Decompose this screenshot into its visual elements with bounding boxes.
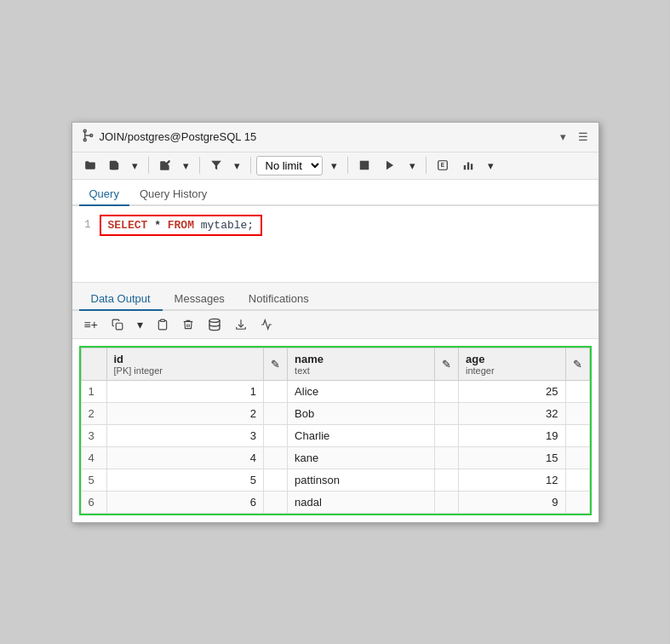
main-window: JOIN/postgres@PostgreSQL 15 ▾ ☰ ▾ ▾ ▾	[72, 122, 599, 523]
table-row: 4 4 kane 15	[81, 446, 589, 469]
cell-age: 9	[458, 491, 565, 513]
table-row: 6 6 nadal 9	[81, 491, 589, 513]
tab-data-output[interactable]: Data Output	[79, 288, 163, 311]
cell-id-edit	[264, 469, 288, 491]
download-button[interactable]	[230, 315, 252, 334]
cell-id: 5	[106, 469, 264, 491]
chart-button[interactable]	[457, 156, 479, 175]
add-row-button[interactable]: ≡+	[79, 314, 103, 335]
cell-name: kane	[288, 446, 435, 469]
edit-group: ▾	[154, 156, 194, 175]
sep5	[426, 157, 427, 174]
sep1	[148, 157, 149, 174]
row-number: 5	[81, 469, 106, 491]
keyword-from: FROM	[168, 219, 194, 232]
row-number: 1	[81, 380, 106, 402]
extra-dropdown[interactable]: ▾	[483, 156, 499, 175]
stop-button[interactable]	[353, 156, 375, 175]
limit-select[interactable]: No limit 100 1000	[256, 156, 323, 175]
output-tabs: Data Output Messages Notifications	[72, 283, 598, 311]
table-row: 2 2 Bob 32	[81, 402, 589, 424]
cell-age: 19	[458, 424, 565, 446]
table-row: 5 5 pattinson 12	[81, 469, 589, 491]
query-editor: 1 SELECT * FROM mytable;	[72, 206, 598, 283]
cell-age: 25	[458, 380, 565, 402]
svg-point-15	[209, 319, 220, 322]
operator-star: *	[154, 219, 168, 232]
edit-dropdown[interactable]: ▾	[178, 156, 194, 175]
cell-id: 6	[106, 491, 264, 513]
line-number: 1	[72, 219, 100, 231]
col-edit-id[interactable]: ✎	[264, 348, 288, 380]
run-dropdown[interactable]: ▾	[404, 156, 421, 175]
table-body: 1 1 Alice 25 2 2 Bob 32 3 3 Charlie 19 4…	[81, 380, 589, 513]
filter-dropdown[interactable]: ▾	[229, 156, 245, 175]
query-tabs: Query Query History	[72, 180, 598, 206]
tab-messages[interactable]: Messages	[163, 288, 237, 311]
row-number: 2	[81, 402, 106, 424]
copy-dropdown[interactable]: ▾	[132, 314, 148, 335]
edit-button[interactable]	[154, 156, 176, 175]
cell-name-edit	[434, 446, 458, 469]
output-toolbar: ≡+ ▾	[72, 311, 598, 339]
col-header-name: name text	[288, 348, 435, 380]
file-group: ▾	[79, 156, 143, 175]
save-button[interactable]	[103, 156, 125, 175]
connection-bar: JOIN/postgres@PostgreSQL 15 ▾ ☰	[72, 123, 598, 152]
col-edit-age[interactable]: ✎	[565, 348, 589, 380]
connection-menu-button[interactable]: ☰	[575, 129, 592, 145]
tab-query-history[interactable]: Query History	[129, 183, 217, 206]
col-header-id: id [PK] integer	[106, 348, 264, 380]
sep2	[199, 157, 200, 174]
table-row: 3 3 Charlie 19	[81, 424, 589, 446]
cell-name: Charlie	[288, 424, 435, 446]
keyword-select: SELECT	[108, 219, 148, 232]
run-button[interactable]	[379, 156, 401, 175]
cell-name-edit	[434, 491, 458, 513]
save-dropdown[interactable]: ▾	[127, 156, 143, 175]
cell-name-edit	[434, 402, 458, 424]
table-name: mytable;	[201, 219, 254, 232]
cell-age: 15	[458, 446, 565, 469]
cell-id: 2	[106, 402, 264, 424]
paste-button[interactable]	[152, 315, 174, 334]
results-table: id [PK] integer ✎ name text ✎ age intege…	[81, 348, 590, 514]
explain-button[interactable]: E	[432, 156, 454, 175]
svg-text:E: E	[440, 162, 444, 168]
svg-rect-11	[467, 163, 468, 170]
connection-label: JOIN/postgres@PostgreSQL 15	[100, 130, 552, 143]
connection-dropdown[interactable]: ▾	[557, 129, 570, 145]
code-line[interactable]: SELECT * FROM mytable;	[100, 215, 598, 236]
chart-output-button[interactable]	[255, 315, 278, 334]
limit-dropdown[interactable]: ▾	[326, 156, 342, 175]
editor-line-1: 1 SELECT * FROM mytable;	[72, 213, 598, 238]
copy-button[interactable]	[106, 315, 129, 334]
cell-id-edit	[264, 402, 288, 424]
svg-rect-12	[470, 164, 472, 170]
delete-button[interactable]	[177, 315, 199, 334]
row-number: 3	[81, 424, 106, 446]
cell-id-edit	[264, 380, 288, 402]
cell-age-edit	[565, 402, 589, 424]
main-toolbar: ▾ ▾ ▾ No limit 100 1000 ▾ ▾	[72, 152, 598, 180]
row-number: 4	[81, 446, 106, 469]
cell-age: 12	[458, 469, 565, 491]
cell-name: pattinson	[288, 469, 435, 491]
col-header-age: age integer	[458, 348, 565, 380]
cell-age-edit	[565, 424, 589, 446]
connection-icon	[79, 128, 94, 147]
table-header-row: id [PK] integer ✎ name text ✎ age intege…	[81, 348, 589, 380]
filter-button[interactable]	[205, 156, 227, 175]
col-edit-name[interactable]: ✎	[434, 348, 458, 380]
svg-rect-13	[116, 323, 123, 330]
cell-age: 32	[458, 402, 565, 424]
open-file-button[interactable]	[79, 156, 101, 175]
svg-marker-5	[211, 161, 221, 170]
tab-query[interactable]: Query	[79, 183, 129, 206]
tab-notifications[interactable]: Notifications	[237, 288, 321, 311]
db-button[interactable]	[203, 314, 226, 335]
row-number: 6	[81, 491, 106, 513]
cell-id-edit	[264, 446, 288, 469]
sep3	[250, 157, 251, 174]
svg-rect-10	[463, 165, 465, 170]
